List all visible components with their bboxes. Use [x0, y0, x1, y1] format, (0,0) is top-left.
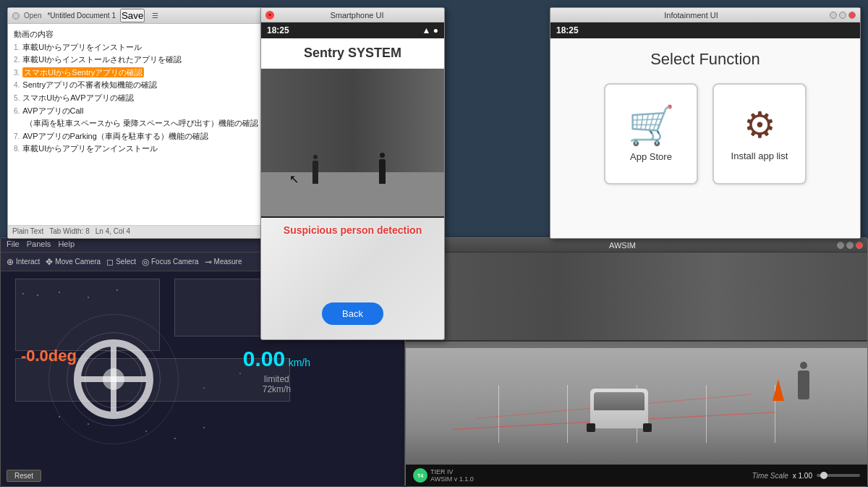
- reset-button[interactable]: Reset: [7, 470, 41, 482]
- smartphone-camera-view: Suspicious person detection Back: [261, 69, 444, 339]
- time-scale-area: Time Scale x 1.00: [752, 472, 860, 480]
- smartphone-close-btn[interactable]: ×: [265, 11, 274, 20]
- toolbar-measure[interactable]: ⊸ Measure: [205, 257, 242, 267]
- person-silhouette-1: [312, 161, 318, 184]
- lidar-dot: [37, 295, 38, 296]
- lidar-dot-red: [203, 387, 205, 389]
- infotainment-minimize-btn[interactable]: [830, 12, 837, 19]
- person-silhouette-2: [379, 159, 386, 184]
- desktop: Open *Untitled Document 1 Save ☰ 動画の内容 1…: [0, 0, 868, 487]
- menu-file[interactable]: File: [7, 240, 20, 250]
- editor-line-4: 4.Sentryアプリの不審者検知機能の確認: [14, 79, 258, 92]
- smartphone-titlebar: × Smartphone UI: [261, 8, 444, 22]
- smartphone-statusbar: 18:25 ▲ ●: [261, 22, 444, 38]
- awsim-cone: [773, 379, 784, 401]
- time-scale-value: x 1.00: [793, 472, 812, 480]
- lidar-dot: [174, 438, 176, 439]
- lidar-dot-red: [239, 373, 241, 374]
- toolbar-move-camera[interactable]: ✥ Move Camera: [46, 257, 101, 267]
- speed-unit: km/h: [289, 357, 310, 368]
- editor-line-3: 3.スマホUIからSentryアプリの確認: [14, 67, 258, 80]
- lidar-dot: [22, 293, 24, 295]
- awsim-close-btn[interactable]: [856, 242, 863, 249]
- awsim-titlebar: AWSIM: [406, 238, 867, 253]
- back-btn-container: Back: [261, 302, 444, 325]
- editor-format: Plain Text: [12, 227, 43, 237]
- infotainment-heading: Select Function: [650, 50, 760, 69]
- camera-view-top: [261, 69, 444, 218]
- smartphone-app-title: Sentry SYSTEM: [268, 46, 437, 61]
- tier4-name: TIER IV: [430, 468, 474, 475]
- app-store-icon: 🛒: [628, 106, 675, 144]
- parking-line-2: [567, 385, 568, 443]
- content-title: 動画の内容: [14, 28, 258, 41]
- time-scale-thumb: [820, 472, 827, 479]
- toolbar-interact[interactable]: ⊕ Interact: [7, 257, 40, 267]
- lidar-dot: [116, 289, 118, 291]
- parking-line-4: [706, 385, 707, 443]
- toolbar-select[interactable]: ◻ Select: [106, 257, 136, 267]
- infotainment-content: Select Function 🛒 App Store ⚙ Install ap…: [550, 38, 860, 238]
- smartphone-title: Smartphone UI: [274, 11, 440, 20]
- speed-value: 0.00: [243, 347, 285, 370]
- time-scale-label: Time Scale: [752, 472, 788, 480]
- smartphone-header: Sentry SYSTEM: [261, 38, 444, 69]
- awsim-vehicle: [590, 389, 648, 428]
- smartphone-time: 18:25: [267, 25, 289, 35]
- time-scale-slider[interactable]: [817, 474, 860, 477]
- editor-line-7: 7.AVPアプリのParking（車両を駐車する）機能の確認: [14, 130, 258, 143]
- editor-close-btn[interactable]: [12, 12, 20, 20]
- editor-cursor-pos: Ln 4, Col 4: [95, 227, 130, 237]
- editor-title: *Untitled Document 1: [47, 12, 116, 20]
- menu-help[interactable]: Help: [58, 240, 75, 250]
- awsim-minimize-btn[interactable]: [837, 242, 844, 249]
- lidar-dot: [59, 292, 60, 293]
- function-buttons-container: 🛒 App Store ⚙ Install app list: [604, 83, 807, 185]
- speed-limit-value: 72km/h: [263, 384, 291, 394]
- app-store-label: App Store: [630, 151, 672, 162]
- install-app-list-button[interactable]: ⚙ Install app list: [712, 83, 807, 185]
- install-app-icon: ⚙: [744, 107, 776, 143]
- awsim-viewport: [406, 253, 867, 465]
- awsim-window: AWSIM: [405, 237, 868, 487]
- infotainment-maximize-btn[interactable]: [839, 12, 846, 19]
- awsim-building: [406, 253, 867, 342]
- tier4-logo-text: TIER IV AWSIM v 1.1.0: [430, 468, 474, 483]
- editor-menu-btn[interactable]: ☰: [152, 12, 158, 20]
- editor-content: 動画の内容 1.車載UIからアプリをインストール 2.車載UIからインストールさ…: [8, 24, 263, 225]
- parking-line-1: [498, 385, 499, 443]
- awsim-person: [798, 370, 809, 399]
- awsim-bottom-bar: T4 TIER IV AWSIM v 1.1.0 Time Scale x 1.…: [406, 465, 867, 486]
- tier4-logo-icon: T4: [413, 468, 427, 483]
- awsim-maximize-btn[interactable]: [846, 242, 854, 249]
- smartphone-signal: ▲ ●: [422, 25, 438, 35]
- infotainment-statusbar: 18:25: [550, 22, 860, 38]
- editor-line-8: 8.車載UIからアプリをアンインストール: [14, 143, 258, 156]
- speed-limit: limited 72km/h: [243, 374, 310, 394]
- infotainment-time: 18:25: [556, 25, 579, 35]
- editor-titlebar-buttons: [12, 12, 20, 20]
- app-store-button[interactable]: 🛒 App Store: [604, 83, 698, 185]
- lidar-dot: [203, 427, 205, 428]
- steering-outer-ring: [74, 339, 153, 419]
- menu-panels[interactable]: Panels: [27, 240, 51, 250]
- install-app-label: Install app list: [731, 151, 788, 161]
- editor-line-2: 2.車載UIからインストールされたアプリを確認: [14, 54, 258, 67]
- back-button[interactable]: Back: [322, 302, 383, 325]
- editor-line-6b: （車両を駐車スペースから 乗降スペースへ呼び出す）機能の確認: [14, 117, 258, 130]
- lidar-dot: [88, 297, 89, 298]
- editor-tab-width: Tab Width: 8: [49, 227, 90, 237]
- steering-center: [103, 368, 124, 390]
- infotainment-close-btn[interactable]: [848, 12, 856, 19]
- toolbar-focus-camera[interactable]: ◎ Focus Camera: [142, 257, 199, 267]
- speed-display: 0.00 km/h limited 72km/h: [243, 347, 310, 394]
- infotainment-ui-window: Infotainment UI 18:25 Select Function 🛒 …: [550, 7, 861, 239]
- editor-line-5: 5.スマホUIからAVPアプリの確認: [14, 92, 258, 105]
- awsim-title: AWSIM: [410, 241, 835, 250]
- tier4-logo: T4 TIER IV AWSIM v 1.1.0: [413, 468, 474, 483]
- editor-open-btn[interactable]: Open: [24, 12, 41, 20]
- editor-statusbar: Plain Text Tab Width: 8 Ln 4, Col 4: [8, 225, 263, 238]
- steering-wheel: [74, 339, 153, 419]
- editor-save-btn[interactable]: Save: [120, 9, 145, 22]
- infotainment-titlebar: Infotainment UI: [550, 8, 860, 22]
